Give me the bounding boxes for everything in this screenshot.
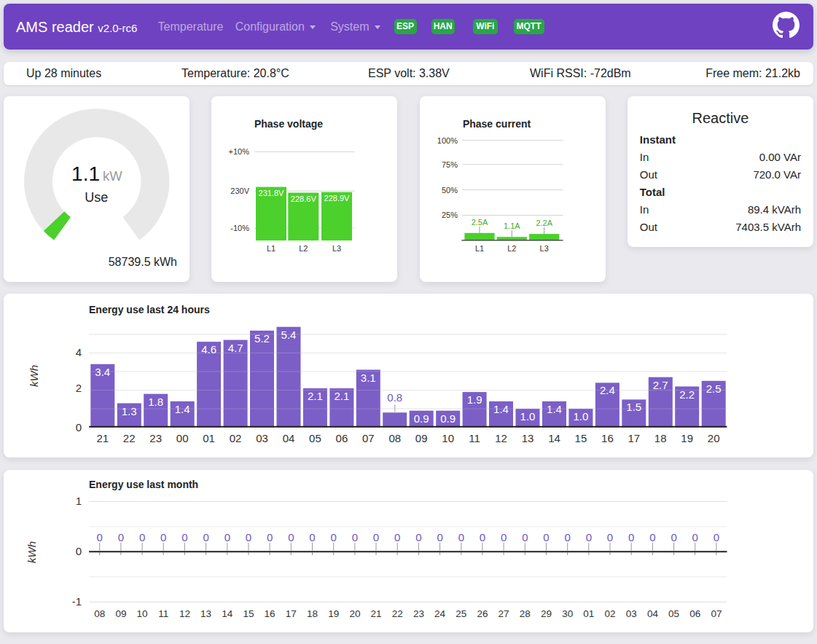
svg-text:07: 07 bbox=[362, 432, 375, 444]
svg-text:0: 0 bbox=[649, 530, 655, 543]
svg-text:0: 0 bbox=[522, 530, 528, 543]
svg-text:L2: L2 bbox=[299, 244, 308, 253]
svg-text:-1: -1 bbox=[72, 595, 82, 608]
svg-text:0: 0 bbox=[309, 530, 315, 543]
svg-text:21: 21 bbox=[370, 608, 381, 619]
svg-text:228.6V: 228.6V bbox=[291, 195, 317, 203]
svg-text:11: 11 bbox=[158, 608, 168, 619]
svg-text:06: 06 bbox=[689, 608, 700, 619]
svg-text:230V: 230V bbox=[230, 186, 249, 195]
svg-text:1.5: 1.5 bbox=[626, 401, 641, 413]
svg-text:23: 23 bbox=[413, 608, 424, 619]
svg-text:kWh: kWh bbox=[26, 541, 38, 563]
svg-text:1.1A: 1.1A bbox=[503, 221, 520, 230]
svg-text:100%: 100% bbox=[437, 136, 457, 144]
svg-text:30: 30 bbox=[562, 608, 573, 619]
svg-text:14: 14 bbox=[222, 608, 233, 619]
svg-text:17: 17 bbox=[628, 432, 640, 444]
svg-text:2.2A: 2.2A bbox=[536, 219, 552, 227]
svg-text:02: 02 bbox=[604, 608, 615, 619]
svg-text:4.7: 4.7 bbox=[228, 342, 243, 354]
svg-text:07: 07 bbox=[711, 608, 722, 619]
svg-text:0: 0 bbox=[246, 530, 251, 543]
svg-text:0: 0 bbox=[607, 530, 613, 543]
svg-text:11: 11 bbox=[469, 432, 480, 444]
svg-text:1.0: 1.0 bbox=[573, 410, 588, 423]
svg-text:0: 0 bbox=[692, 530, 698, 543]
svg-text:10: 10 bbox=[442, 432, 454, 444]
svg-text:0: 0 bbox=[181, 530, 187, 543]
svg-text:21: 21 bbox=[96, 432, 109, 444]
svg-text:5.2: 5.2 bbox=[254, 332, 270, 345]
svg-text:1.0: 1.0 bbox=[520, 410, 536, 423]
svg-text:20: 20 bbox=[708, 432, 720, 444]
svg-text:0: 0 bbox=[97, 530, 103, 543]
svg-text:08: 08 bbox=[388, 432, 401, 444]
svg-text:12: 12 bbox=[495, 432, 507, 444]
svg-text:13: 13 bbox=[522, 432, 534, 444]
svg-text:2.7: 2.7 bbox=[653, 379, 668, 391]
svg-text:15: 15 bbox=[575, 432, 587, 444]
svg-text:27: 27 bbox=[499, 608, 509, 619]
svg-text:L3: L3 bbox=[539, 244, 548, 253]
svg-text:1.8: 1.8 bbox=[148, 396, 163, 408]
svg-text:3.1: 3.1 bbox=[361, 372, 376, 384]
svg-text:2.5: 2.5 bbox=[706, 382, 722, 395]
svg-text:22: 22 bbox=[392, 608, 403, 619]
svg-text:2.5A: 2.5A bbox=[471, 217, 488, 226]
svg-text:0: 0 bbox=[458, 530, 464, 543]
svg-text:18: 18 bbox=[307, 608, 318, 619]
svg-text:14: 14 bbox=[548, 432, 560, 444]
svg-text:0.8: 0.8 bbox=[387, 391, 402, 404]
svg-text:23: 23 bbox=[149, 432, 162, 444]
svg-text:12: 12 bbox=[179, 608, 190, 619]
svg-text:L1: L1 bbox=[267, 244, 275, 253]
svg-text:Energy use last month: Energy use last month bbox=[89, 479, 198, 490]
svg-text:09: 09 bbox=[115, 608, 126, 619]
svg-text:18: 18 bbox=[654, 432, 667, 444]
svg-text:L2: L2 bbox=[507, 244, 516, 253]
svg-text:0: 0 bbox=[224, 530, 230, 543]
svg-text:06: 06 bbox=[336, 432, 348, 444]
svg-text:0: 0 bbox=[203, 530, 208, 543]
svg-text:0: 0 bbox=[160, 530, 166, 543]
svg-text:25%: 25% bbox=[441, 211, 457, 219]
svg-text:2.1: 2.1 bbox=[334, 390, 349, 402]
svg-text:19: 19 bbox=[328, 608, 339, 619]
svg-text:1.9: 1.9 bbox=[467, 393, 482, 406]
svg-text:0: 0 bbox=[501, 530, 507, 543]
svg-text:20: 20 bbox=[349, 608, 360, 619]
svg-text:0: 0 bbox=[415, 530, 421, 543]
svg-text:2.1: 2.1 bbox=[308, 390, 323, 402]
svg-text:16: 16 bbox=[601, 432, 614, 444]
svg-text:0: 0 bbox=[543, 530, 549, 543]
svg-text:25: 25 bbox=[456, 608, 466, 619]
svg-text:75%: 75% bbox=[441, 160, 457, 168]
svg-text:0: 0 bbox=[288, 530, 294, 543]
svg-text:0: 0 bbox=[76, 421, 82, 433]
svg-text:+10%: +10% bbox=[229, 147, 250, 156]
svg-text:03: 03 bbox=[626, 608, 637, 619]
svg-text:13: 13 bbox=[200, 608, 211, 619]
svg-text:29: 29 bbox=[541, 608, 552, 619]
svg-text:2.2: 2.2 bbox=[679, 388, 695, 401]
svg-text:50%: 50% bbox=[441, 185, 457, 194]
svg-text:08: 08 bbox=[94, 608, 105, 619]
svg-text:0: 0 bbox=[586, 530, 592, 543]
svg-text:2: 2 bbox=[76, 382, 82, 394]
svg-text:1.3: 1.3 bbox=[122, 405, 137, 417]
svg-text:L1: L1 bbox=[474, 244, 483, 253]
svg-text:0: 0 bbox=[118, 530, 124, 543]
svg-text:4.6: 4.6 bbox=[201, 343, 216, 356]
svg-text:1.1: 1.1 bbox=[71, 162, 100, 185]
svg-text:0: 0 bbox=[394, 530, 400, 543]
svg-text:0: 0 bbox=[331, 530, 337, 543]
svg-text:Energy use last 24 hours: Energy use last 24 hours bbox=[89, 304, 210, 315]
svg-text:0: 0 bbox=[628, 530, 634, 543]
svg-text:26: 26 bbox=[477, 608, 488, 619]
svg-text:0: 0 bbox=[267, 530, 273, 543]
svg-text:-10%: -10% bbox=[231, 224, 250, 232]
svg-text:0: 0 bbox=[352, 530, 358, 543]
svg-text:19: 19 bbox=[681, 432, 693, 444]
svg-text:17: 17 bbox=[286, 608, 297, 619]
